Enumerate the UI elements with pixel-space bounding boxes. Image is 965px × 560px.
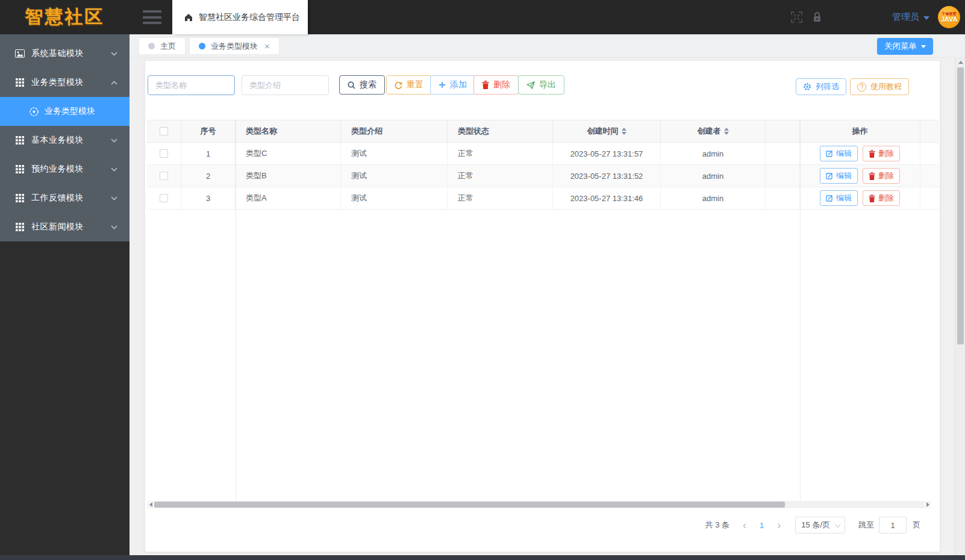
chevron-down-icon [111,225,117,229]
sidebar-item-feedback[interactable]: 工作反馈模块 [0,184,130,213]
jump-to-input[interactable] [879,517,907,534]
column-filter-button[interactable]: 列筛选 [796,78,846,95]
grid-icon [14,193,25,204]
export-label: 导出 [539,79,556,90]
scrollbar-track[interactable] [154,501,924,508]
close-menu-button[interactable]: 关闭菜单 [877,38,933,55]
row-checkbox[interactable] [160,149,168,158]
page-vertical-scrollbar[interactable] [955,58,965,555]
app-title-plaque[interactable]: 智慧社区业务综合管理平台 [172,0,308,34]
sort-control[interactable] [724,128,729,135]
disc-icon [29,107,39,116]
cell-intro: 测试 [341,143,448,164]
page-size-select[interactable]: 15 条/页 [795,517,845,534]
jump-to-label: 跳至 [858,520,874,530]
sidebar-item-business-type[interactable]: 业务类型模块 [0,68,130,97]
scrollbar-thumb[interactable] [154,502,785,508]
grid-icon [14,78,25,88]
edit-button[interactable]: 编辑 [820,190,858,206]
page-number[interactable]: 1 [755,521,769,530]
reset-button[interactable]: 重置 [386,75,432,95]
tab-business-type[interactable]: 业务类型模块 × [189,37,280,55]
cell-created: 2023-05-27 13:31:57 [553,143,661,164]
chevron-down-icon [111,167,117,172]
tab-label: 主页 [160,41,176,52]
scroll-up-arrow[interactable] [955,58,965,66]
edit-button[interactable]: 编辑 [820,168,858,184]
sidebar-item-system-base[interactable]: 系统基础模块 [0,39,130,68]
sidebar: 系统基础模块 业务类型模块 业务类型模块 [0,34,130,555]
chevron-down-icon [111,52,117,56]
col-header-actions: 操作 [800,120,920,142]
trash-icon [869,194,875,202]
tutorial-button[interactable]: ? 使用教程 [850,78,909,95]
row-checkbox[interactable] [160,172,168,180]
edit-icon [826,172,833,179]
sort-control[interactable] [622,128,626,135]
row-delete-button[interactable]: 删除 [863,190,900,206]
sidebar-item-label: 社区新闻模块 [31,222,111,232]
cell-name: 类型B [236,165,341,187]
scroll-right-arrow[interactable] [924,501,931,508]
sidebar-item-reservation[interactable]: 预约业务模块 [0,155,130,184]
prev-page-button[interactable]: ‹ [739,520,750,530]
hamburger-menu-icon[interactable] [143,10,161,24]
row-delete-label: 删除 [878,193,894,204]
close-menu-label: 关闭菜单 [884,41,917,52]
col-header-creator-label: 创建者 [698,126,721,137]
delete-button[interactable]: 删除 [473,75,519,95]
lock-screen-icon[interactable] [807,0,827,34]
cell-status: 正常 [448,143,553,164]
data-table: 序号 类型名称 类型介绍 类型状态 创建时间 创建者 操作 1 [147,120,939,210]
type-intro-input[interactable] [242,75,329,95]
scroll-left-arrow[interactable] [147,501,154,508]
cell-no: 1 [181,143,236,164]
table-row: 1 类型C 测试 正常 2023-05-27 13:31:57 admin 编辑… [147,143,939,165]
fullscreen-icon[interactable] [786,0,807,34]
user-name: 管理员 [892,11,919,23]
cell-name: 类型A [236,187,341,209]
avatar[interactable]: 千锋教育 JAVA [938,6,960,28]
export-button[interactable]: 导出 [518,75,564,95]
sidebar-item-community-news[interactable]: 社区新闻模块 [0,213,130,241]
add-label: 添加 [450,79,467,90]
row-checkbox[interactable] [160,194,168,202]
chevron-down-icon [835,521,841,527]
sidebar-item-label: 基本业务模块 [31,135,111,146]
send-icon [526,81,535,89]
col-header-created: 创建时间 [553,120,661,142]
add-button[interactable]: 添加 [430,75,475,95]
cell-no: 3 [181,187,236,209]
select-all-checkbox[interactable] [160,127,168,135]
chevron-up-icon [111,81,117,85]
app-title: 智慧社区业务综合管理平台 [199,12,300,23]
grid-icon [14,135,25,146]
tab-bar: 主页 业务类型模块 × 关闭菜单 [130,34,965,58]
grid-icon [14,164,25,175]
sidebar-subitem-business-type-active[interactable]: 业务类型模块 [0,97,130,126]
type-name-input[interactable] [148,75,235,95]
close-icon[interactable]: × [264,42,270,51]
sidebar-item-basic-business[interactable]: 基本业务模块 [0,126,130,155]
tutorial-label: 使用教程 [870,81,902,92]
user-dropdown[interactable]: 管理员 [892,11,929,23]
app-window: 智慧社区 智慧社区业务综合管理平台 [0,0,965,560]
row-delete-button[interactable]: 删除 [863,146,900,161]
scrollbar-thumb[interactable] [957,67,964,344]
trash-icon [869,172,875,180]
table-row: 2 类型B 测试 正常 2023-05-27 13:31:52 admin 编辑… [147,165,939,187]
row-delete-button[interactable]: 删除 [863,168,900,184]
next-page-button[interactable]: › [773,520,784,530]
col-header-intro: 类型介绍 [341,120,448,142]
cell-created: 2023-05-27 13:31:52 [553,165,661,187]
cell-intro: 测试 [341,187,448,209]
edit-button[interactable]: 编辑 [820,146,858,161]
cell-status: 正常 [448,165,553,187]
tab-home[interactable]: 主页 [139,37,186,55]
tab-dot [148,43,155,49]
cell-status: 正常 [448,187,553,209]
table-fixed-column-divider [236,120,236,501]
brand-logo-text: 智慧社区 [25,5,105,30]
col-header-created-label: 创建时间 [587,126,619,137]
search-button[interactable]: 搜索 [339,75,385,95]
